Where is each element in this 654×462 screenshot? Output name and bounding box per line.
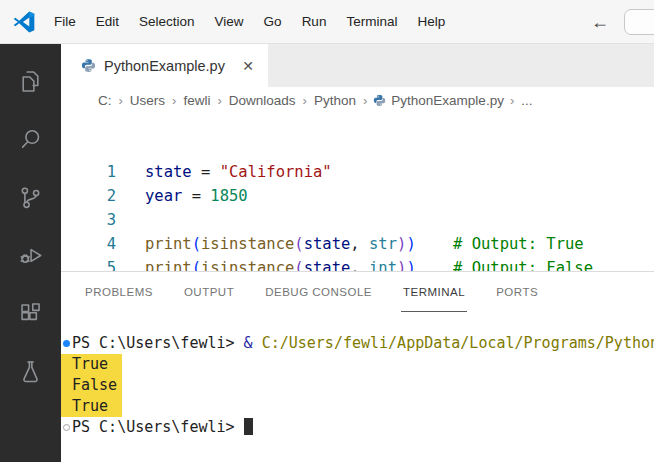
terminal-line: True (72, 354, 654, 375)
breadcrumb-file[interactable]: PythonExample.py (373, 93, 504, 108)
terminal-token: True (72, 397, 108, 415)
tab-pythonexample[interactable]: PythonExample.py ✕ (61, 44, 268, 87)
run-and-debug-icon[interactable] (7, 226, 55, 284)
menu-go[interactable]: Go (254, 9, 292, 34)
tab-close-icon[interactable]: ✕ (242, 58, 254, 74)
terminal-token: False (72, 376, 117, 394)
terminal-line: False (72, 375, 654, 396)
code-token: isinstance (201, 235, 294, 253)
menu-edit[interactable]: Edit (86, 9, 129, 34)
main-area: PythonExample.py ✕ C:›Users›fewli›Downlo… (61, 44, 654, 462)
bottom-panel: PROBLEMSOUTPUTDEBUG CONSOLETERMINALPORTS… (61, 271, 654, 462)
title-bar: FileEditSelectionViewGoRunTerminalHelp ←… (0, 0, 654, 44)
code-line: 1state = "California" (61, 160, 654, 184)
command-pending-circle-icon (63, 424, 70, 431)
menu-terminal[interactable]: Terminal (336, 9, 407, 34)
breadcrumb-filename: PythonExample.py (391, 93, 504, 108)
source-control-icon[interactable] (7, 168, 55, 226)
menu-file[interactable]: File (44, 9, 86, 34)
activity-bar (0, 44, 61, 462)
menu-selection[interactable]: Selection (129, 9, 205, 34)
code-token: = (192, 163, 220, 181)
code-token: year (145, 187, 182, 205)
panel-tab-problems[interactable]: PROBLEMS (83, 272, 155, 312)
tab-label: PythonExample.py (104, 58, 232, 74)
terminal-line: PS C:\Users\fewli> & C:/Users/fewli/AppD… (72, 333, 654, 354)
terminal-line: True (72, 396, 654, 417)
panel-tab-ports[interactable]: PORTS (494, 272, 540, 312)
menu-run[interactable]: Run (292, 9, 337, 34)
breadcrumb: C:›Users›fewli›Downloads›Python› PythonE… (61, 87, 654, 113)
terminal-token: C:/Users/fewli/AppData/Local/Programs/Py… (262, 334, 654, 352)
editor-tabstrip: PythonExample.py ✕ (61, 44, 654, 87)
code-token: , (350, 235, 369, 253)
code-token: ) (397, 235, 406, 253)
panel-tabs: PROBLEMSOUTPUTDEBUG CONSOLETERMINALPORTS (61, 272, 654, 312)
command-center-searchbox[interactable] (624, 9, 654, 35)
line-number: 2 (61, 184, 116, 208)
panel-tab-terminal[interactable]: TERMINAL (401, 272, 467, 312)
breadcrumb-separator: › (211, 93, 227, 108)
testing-icon[interactable] (7, 342, 55, 400)
code-token: "California" (220, 163, 332, 181)
extensions-icon[interactable] (7, 284, 55, 342)
breadcrumb-separator: › (297, 93, 313, 108)
breadcrumb-separator: › (113, 93, 129, 108)
terminal-cursor (244, 418, 253, 435)
breadcrumb-separator: › (166, 93, 182, 108)
code-token: ) (406, 235, 415, 253)
terminal-token: PS C:\Users\fewli> (72, 334, 244, 352)
code-token: # Output: True (453, 235, 584, 253)
terminal-token: PS C:\Users\fewli> (72, 418, 244, 436)
code-line: 2year = 1850 (61, 184, 654, 208)
command-success-dot-icon (63, 340, 70, 347)
vscode-logo-icon (13, 11, 35, 33)
breadcrumb-segment[interactable]: Python (313, 93, 357, 108)
code-line: 3 (61, 208, 654, 232)
terminal[interactable]: PS C:\Users\fewli> & C:/Users/fewli/AppD… (61, 333, 654, 438)
panel-tab-output[interactable]: OUTPUT (182, 272, 236, 312)
line-number: 1 (61, 160, 116, 184)
search-icon[interactable] (7, 110, 55, 168)
line-number: 4 (61, 232, 116, 256)
terminal-token: True (72, 355, 108, 373)
breadcrumb-trail[interactable]: ... (520, 93, 533, 108)
terminal-line: PS C:\Users\fewli> (72, 417, 654, 438)
nav-back-icon[interactable]: ← (582, 13, 618, 31)
breadcrumb-segment[interactable]: Users (129, 93, 166, 108)
code-token: print (145, 235, 192, 253)
breadcrumb-separator: › (504, 93, 520, 108)
menu-view[interactable]: View (205, 9, 254, 34)
code-token: 1850 (210, 187, 247, 205)
explorer-icon[interactable] (7, 52, 55, 110)
code-token: str (369, 235, 397, 253)
breadcrumb-segment[interactable]: fewli (182, 93, 211, 108)
python-file-icon (373, 94, 386, 107)
code-token: ( (294, 235, 303, 253)
breadcrumb-segment[interactable]: C: (97, 93, 113, 108)
vscode-window: FileEditSelectionViewGoRunTerminalHelp ←… (0, 0, 654, 462)
breadcrumb-segment[interactable]: Downloads (228, 93, 297, 108)
line-number: 3 (61, 208, 116, 232)
code-token: ( (192, 235, 201, 253)
code-line: 4print(isinstance(state, str)) # Output:… (61, 232, 654, 256)
menu-bar: FileEditSelectionViewGoRunTerminalHelp (44, 9, 455, 34)
code-token (416, 235, 453, 253)
python-file-icon (81, 58, 96, 73)
breadcrumb-separator: › (357, 93, 373, 108)
panel-tab-debug-console[interactable]: DEBUG CONSOLE (263, 272, 374, 312)
menu-help[interactable]: Help (407, 9, 455, 34)
code-token: state (304, 235, 351, 253)
code-token: = (182, 187, 210, 205)
code-token: state (145, 163, 192, 181)
terminal-token: & (244, 334, 262, 352)
